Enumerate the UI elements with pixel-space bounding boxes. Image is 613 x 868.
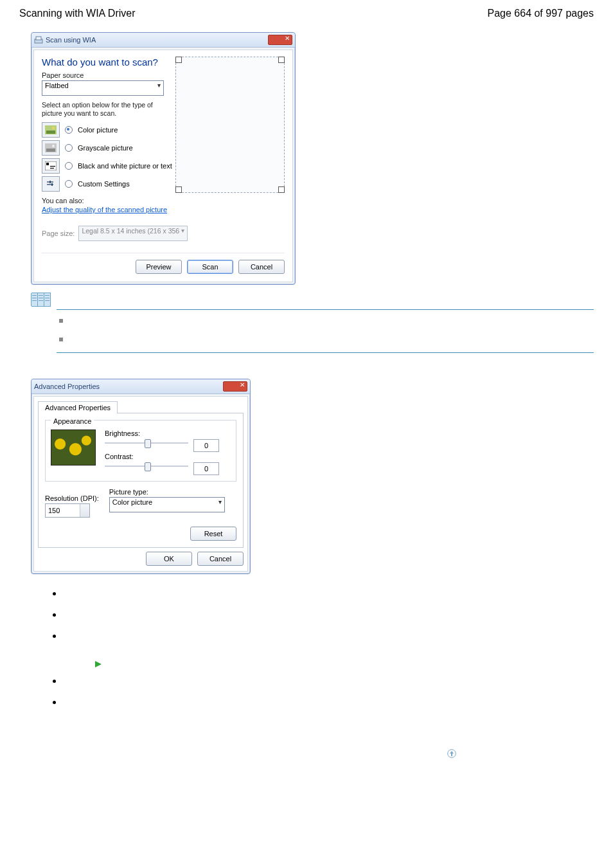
bullet-square [59,319,63,323]
bullet [53,592,56,595]
radio-icon [65,180,73,188]
contrast-slider[interactable] [105,462,188,471]
scan-dialog: Scan using WIA What do you want to scan?… [31,32,296,285]
bw-picture-icon [42,158,60,174]
brightness-slider[interactable] [105,439,188,448]
grayscale-picture-icon [42,140,60,156]
scanner-icon [34,35,43,44]
bullet [53,613,56,617]
arrow-right-icon [95,661,102,667]
advanced-properties-dialog: Advanced Properties Advanced Properties … [31,379,251,574]
reset-button[interactable]: Reset [190,527,236,541]
header-right: Page 664 of 997 pages [488,8,594,19]
slider-thumb[interactable] [145,462,151,471]
svg-rect-1 [36,37,41,40]
color-picture-icon [42,122,60,138]
advanced-properties-tab[interactable]: Advanced Properties [38,401,118,413]
brightness-value[interactable]: 0 [193,439,219,452]
svg-point-4 [52,127,55,129]
custom-settings-icon [42,176,60,192]
header-left: Scanning with WIA Driver [19,8,136,19]
adjust-quality-link[interactable]: Adjust the quality of the scanned pictur… [42,206,167,213]
option-grayscale-label: Grayscale picture [78,144,133,152]
page-top-icon[interactable] [447,749,456,758]
cancel-button[interactable]: Cancel [238,260,285,274]
svg-rect-6 [46,149,55,152]
crop-handle[interactable] [278,186,285,193]
paper-source-select[interactable]: Flatbed [42,80,164,96]
scan-instruction: Select an option below for the type of p… [42,101,164,117]
scan-dialog-title: Scan using WIA [46,36,96,44]
divider [57,309,594,310]
radio-icon [65,144,73,152]
svg-rect-10 [50,166,55,167]
scan-dialog-titlebar: Scan using WIA [31,33,295,48]
option-color-label: Color picture [78,126,118,134]
bullet [53,635,56,638]
scan-button[interactable]: Scan [187,260,233,274]
option-bw-label: Black and white picture or text [78,162,172,170]
bullet [53,701,56,704]
resolution-label: Resolution (DPI): [45,494,99,502]
close-icon[interactable] [268,35,292,45]
svg-rect-15 [49,181,51,183]
radio-icon [65,162,73,170]
radio-icon [65,126,73,134]
brightness-label: Brightness: [105,429,231,437]
contrast-value[interactable]: 0 [193,462,219,475]
picture-type-select[interactable]: Color picture [109,497,225,512]
you-can-also-label: You can also: [42,197,285,204]
picture-type-value: Color picture [112,498,152,506]
option-custom-label: Custom Settings [78,180,130,188]
svg-rect-11 [50,168,54,168]
picture-type-label: Picture type: [109,488,236,496]
contrast-label: Contrast: [105,453,231,460]
preview-button[interactable]: Preview [136,260,182,274]
bullet [53,680,56,683]
resolution-value: 150 [48,507,60,514]
close-icon[interactable] [223,381,247,392]
ok-button[interactable]: OK [146,552,192,566]
page-size-select: Legal 8.5 x 14 inches (216 x 356 [78,226,188,241]
svg-rect-16 [51,183,53,186]
advanced-properties-title: Advanced Properties [34,383,100,390]
page-size-label: Page size: [42,230,75,237]
preview-thumbnail [51,429,96,466]
crop-handle[interactable] [278,57,285,63]
advanced-properties-titlebar: Advanced Properties [31,379,250,394]
bullet-square [59,338,63,341]
appearance-legend: Appearance [51,417,94,425]
svg-rect-9 [46,163,49,165]
preview-area[interactable] [175,57,285,193]
svg-point-7 [52,145,55,147]
page-size-value: Legal 8.5 x 14 inches (216 x 356 [82,227,179,235]
cancel-button[interactable]: Cancel [197,552,244,566]
divider [57,352,594,353]
crop-handle[interactable] [175,186,182,193]
slider-thumb[interactable] [145,439,151,448]
note-icon [31,293,50,307]
resolution-input[interactable]: 150 [45,503,90,518]
crop-handle[interactable] [175,57,182,63]
paper-source-value: Flatbed [45,82,69,89]
svg-rect-3 [46,131,55,134]
